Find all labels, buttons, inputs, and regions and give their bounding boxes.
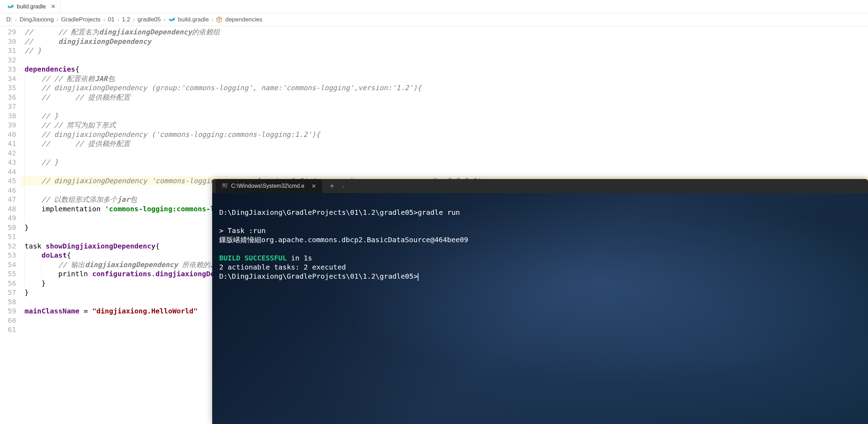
code-text: 提供额外配置 bbox=[88, 139, 130, 148]
terminal-body[interactable]: D:\DingJiaxiong\GradleProjects\01\1.2\gr… bbox=[212, 193, 868, 424]
crumb[interactable]: gradle05 bbox=[137, 16, 161, 23]
code-text: // } bbox=[25, 46, 41, 55]
line-number: 50 bbox=[0, 223, 16, 232]
code-text: // bbox=[58, 260, 71, 269]
line-number: 32 bbox=[0, 55, 16, 65]
line-number: 59 bbox=[0, 306, 16, 316]
code-text: task bbox=[25, 242, 46, 250]
code-text: // dingjiaxiongDependency (group:'common… bbox=[41, 84, 422, 92]
line-number: 53 bbox=[0, 251, 16, 260]
line-number: 31 bbox=[0, 46, 16, 55]
terminal-text: in 1s bbox=[287, 254, 312, 262]
code-text: // bbox=[54, 121, 67, 129]
crumb[interactable]: D: bbox=[6, 16, 12, 23]
line-number: 35 bbox=[0, 83, 16, 93]
chevron-right-icon: › bbox=[164, 16, 166, 22]
code-text: dingjiaxiongDependency bbox=[58, 37, 151, 46]
tab-dropdown-icon[interactable]: ⌄ bbox=[342, 184, 345, 188]
line-number: 60 bbox=[0, 316, 16, 325]
code-text: // } bbox=[41, 112, 58, 120]
code-text: } bbox=[25, 288, 29, 297]
new-tab-button[interactable]: + bbox=[330, 182, 334, 190]
code-text: // bbox=[54, 74, 67, 83]
code-text: 输出 bbox=[71, 260, 85, 269]
terminal-tab[interactable]: >_ C:\Windows\System32\cmd.e ✕ bbox=[216, 179, 322, 193]
line-number: 44 bbox=[0, 167, 16, 177]
line-number: 40 bbox=[0, 130, 16, 139]
line-number: 51 bbox=[0, 232, 16, 241]
terminal-window[interactable]: >_ C:\Windows\System32\cmd.e ✕ + ⌄ D:\Di… bbox=[212, 179, 868, 424]
line-number: 54 bbox=[0, 260, 16, 270]
close-icon[interactable]: ✕ bbox=[51, 3, 55, 10]
file-tab-build-gradle[interactable]: build.gradle ✕ bbox=[2, 0, 61, 13]
cmd-icon: >_ bbox=[222, 183, 228, 189]
code-text: // bbox=[25, 37, 58, 46]
code-text: // bbox=[75, 93, 88, 101]
chevron-right-icon: › bbox=[56, 16, 58, 22]
line-number: 47 bbox=[0, 195, 16, 204]
code-text: 简写为如下形式 bbox=[67, 121, 116, 129]
editor-tabbar: build.gradle ✕ bbox=[0, 0, 868, 13]
terminal-line: > Task :run bbox=[219, 226, 861, 235]
gradle-icon bbox=[7, 5, 14, 9]
line-number: 39 bbox=[0, 120, 16, 130]
code-text: dependencies bbox=[25, 65, 75, 73]
line-number: 58 bbox=[0, 297, 16, 307]
code-text: dingjiaxiongDependency bbox=[85, 260, 182, 269]
line-number: 41 bbox=[0, 139, 16, 148]
terminal-tab-label: C:\Windows\System32\cmd.e bbox=[231, 183, 304, 189]
code-text: 以数组形式添加多个 bbox=[54, 195, 117, 204]
line-number: 49 bbox=[0, 213, 16, 223]
line-number: 55 bbox=[0, 269, 16, 279]
line-number: 52 bbox=[0, 241, 16, 251]
code-text: 包 bbox=[130, 195, 137, 204]
code-text: // bbox=[25, 28, 58, 36]
crumb[interactable]: dependencies bbox=[225, 16, 262, 23]
line-number: 36 bbox=[0, 93, 16, 102]
terminal-prompt: D:\DingJiaxiong\GradleProjects\01\1.2\gr… bbox=[219, 272, 418, 280]
line-number: 38 bbox=[0, 111, 16, 121]
terminal-titlebar[interactable]: >_ C:\Windows\System32\cmd.e ✕ + ⌄ bbox=[212, 179, 868, 193]
line-number: 37 bbox=[0, 102, 16, 111]
code-text: 配置依赖 bbox=[67, 74, 95, 83]
crumb[interactable]: GradleProjects bbox=[61, 16, 100, 23]
code-text: } bbox=[41, 279, 46, 287]
code-text: // bbox=[41, 139, 75, 148]
chevron-right-icon: › bbox=[15, 16, 17, 22]
terminal-cursor bbox=[418, 273, 418, 281]
code-text: . bbox=[151, 270, 155, 278]
code-text: { bbox=[155, 242, 160, 250]
crumb[interactable]: DingJiaxiong bbox=[20, 16, 54, 23]
code-text: 提供额外配置 bbox=[88, 93, 130, 101]
code-text: "dingjiaxiong.HelloWorld" bbox=[92, 307, 198, 315]
gradle-icon bbox=[168, 17, 175, 22]
code-text: dingjiaxiongDependency bbox=[99, 28, 192, 36]
code-text: 的依赖组 bbox=[192, 28, 220, 36]
code-text: 配置名为 bbox=[71, 28, 99, 36]
package-icon bbox=[216, 16, 222, 23]
code-text: // } bbox=[41, 158, 58, 166]
code-text: 包 bbox=[108, 74, 115, 83]
code-text: implementation bbox=[41, 205, 105, 213]
crumb[interactable]: 01 bbox=[108, 16, 115, 23]
code-text: showDingjiaxiongDependency bbox=[46, 242, 155, 250]
code-text: // bbox=[41, 74, 54, 83]
code-text: configurations bbox=[92, 270, 152, 278]
crumb[interactable]: build.gradle bbox=[178, 16, 209, 23]
crumb[interactable]: 1.2 bbox=[122, 16, 130, 23]
line-number: 56 bbox=[0, 279, 16, 288]
terminal-line: 鏁版嵁婧愶細org.apache.commons.dbcp2.BasicData… bbox=[219, 235, 861, 244]
breadcrumb: D:› DingJiaxiong› GradleProjects› 01› 1.… bbox=[0, 13, 868, 26]
close-icon[interactable]: ✕ bbox=[311, 183, 316, 190]
code-text: // bbox=[58, 28, 71, 36]
code-text: JAR bbox=[95, 74, 107, 83]
code-text: = bbox=[80, 307, 92, 315]
line-number: 29 bbox=[0, 27, 16, 37]
code-text: doLast bbox=[41, 251, 67, 259]
line-number: 45 bbox=[0, 176, 16, 186]
terminal-success: BUILD SUCCESSFUL bbox=[219, 254, 287, 262]
line-number: 48 bbox=[0, 204, 16, 214]
chevron-right-icon: › bbox=[211, 16, 213, 22]
code-text: { bbox=[67, 251, 71, 259]
line-number: 61 bbox=[0, 325, 16, 334]
